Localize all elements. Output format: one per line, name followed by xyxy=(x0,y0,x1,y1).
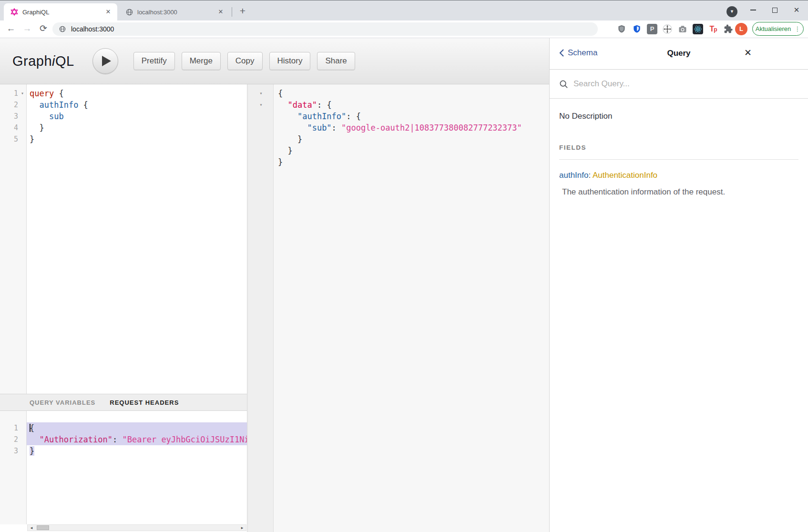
maximize-button[interactable] xyxy=(767,4,783,16)
tab-close-icon[interactable]: ✕ xyxy=(104,8,113,16)
forward-icon[interactable]: → xyxy=(21,22,33,35)
headers-horizontal-scrollbar[interactable]: ◂ ▸ xyxy=(27,524,246,531)
tab-title: GraphiQL xyxy=(22,9,104,16)
profile-avatar[interactable]: L xyxy=(735,23,747,35)
result-line: "sub": "google-oauth2|108377380082777232… xyxy=(248,122,549,133)
doc-title: Query xyxy=(550,49,808,58)
line-number: 1 xyxy=(0,88,18,99)
fold-spacer xyxy=(18,111,27,122)
fold-arrow-icon[interactable]: ▾ xyxy=(248,99,274,111)
search-icon xyxy=(559,80,568,89)
tab-title: localhost:3000 xyxy=(137,9,216,16)
back-icon[interactable]: ← xyxy=(5,22,17,35)
play-icon xyxy=(102,56,111,66)
address-bar[interactable]: localhost:3000 xyxy=(52,22,598,36)
extensions-puzzle-icon[interactable] xyxy=(721,22,736,36)
menu-dots-icon[interactable]: ⋮ xyxy=(794,25,800,32)
crosshair-icon[interactable] xyxy=(660,22,675,36)
doc-close-button[interactable]: ✕ xyxy=(744,47,752,58)
result-line: } xyxy=(248,145,549,156)
fold-arrow-icon[interactable]: ▾ xyxy=(18,88,27,99)
graphiql-logo: GraphiQL xyxy=(12,53,74,69)
fold-spacer xyxy=(18,133,27,145)
toolbar-button-copy[interactable]: Copy xyxy=(227,52,263,70)
line-number: 3 xyxy=(0,445,18,457)
tab-strip: GraphiQL ✕ localhost:3000 ✕ + ▼ ✕ xyxy=(0,0,808,20)
maximize-icon xyxy=(772,8,777,13)
update-button-label: Aktualisieren xyxy=(756,25,791,32)
window-close-button[interactable]: ✕ xyxy=(788,4,805,16)
query-editor-line[interactable]: 4 } xyxy=(0,122,247,133)
result-line: } xyxy=(248,133,549,145)
headers-editor-line[interactable]: 1{ xyxy=(0,422,247,434)
headers-editor-line[interactable]: 2 "Authorization": "Bearer eyJhbGciOiJSU… xyxy=(0,434,247,445)
doc-explorer-panel: Schema Query ✕ No Description FIELDS aut… xyxy=(549,38,808,532)
graphiql-favicon-icon xyxy=(10,8,18,16)
react-devtools-icon[interactable] xyxy=(690,22,706,36)
camera-icon[interactable] xyxy=(675,22,690,36)
url-text: localhost:3000 xyxy=(71,25,114,33)
fold-spacer xyxy=(18,422,27,434)
tab-request-headers[interactable]: REQUEST HEADERS xyxy=(110,399,179,406)
doc-explorer-header: Schema Query ✕ xyxy=(550,38,808,70)
line-number: 2 xyxy=(0,99,18,111)
field-name-link[interactable]: authInfo xyxy=(559,171,588,180)
query-editor-line[interactable]: 5} xyxy=(0,133,247,145)
window-frame xyxy=(0,0,808,0)
query-editor-line[interactable]: 1▾query { xyxy=(0,88,247,99)
headers-editor-line[interactable]: 3} xyxy=(0,445,247,457)
result-line: "authInfo": { xyxy=(248,111,549,122)
secondary-editor-tabbar: QUERY VARIABLESREQUEST HEADERS xyxy=(0,394,247,411)
toolbar-button-share[interactable]: Share xyxy=(317,52,355,70)
scrollbar-thumb[interactable] xyxy=(37,525,49,530)
tab-query-variables[interactable]: QUERY VARIABLES xyxy=(30,399,95,406)
fold-spacer xyxy=(248,156,274,168)
result-viewer: ▾{▾ "data": { "authInfo": { "sub": "goog… xyxy=(248,84,549,532)
tab-graphiql[interactable]: GraphiQL ✕ xyxy=(4,3,117,20)
scroll-left-icon[interactable]: ◂ xyxy=(29,525,34,531)
toolbar-button-history[interactable]: History xyxy=(269,52,311,70)
browser-window: GraphiQL ✕ localhost:3000 ✕ + ▼ ✕ ← → ⟳ … xyxy=(0,0,808,532)
p-extension-icon[interactable]: P xyxy=(644,22,660,36)
browser-update-button[interactable]: Aktualisieren ⋮ xyxy=(752,22,804,36)
tab-localhost[interactable]: localhost:3000 ✕ xyxy=(119,3,230,20)
doc-fields-heading: FIELDS xyxy=(559,144,798,160)
fold-spacer xyxy=(18,445,27,457)
globe-icon xyxy=(126,9,133,16)
field-description: The authentication information of the re… xyxy=(559,187,798,197)
execute-query-button[interactable] xyxy=(92,48,118,74)
graphiql-topbar: GraphiQL PrettifyMergeCopyHistoryShare xyxy=(0,38,549,84)
toolbar-button-merge[interactable]: Merge xyxy=(182,52,221,70)
query-editor-line[interactable]: 2 authInfo { xyxy=(0,99,247,111)
tp-extension-icon[interactable]: Tp xyxy=(706,22,721,36)
doc-search-input[interactable] xyxy=(573,79,798,89)
doc-no-description: No Description xyxy=(559,112,798,121)
fold-spacer xyxy=(248,122,274,133)
doc-search-row xyxy=(550,70,808,99)
ublock-icon[interactable] xyxy=(614,22,629,36)
line-number: 4 xyxy=(0,122,18,133)
scroll-right-icon[interactable]: ▸ xyxy=(239,525,245,531)
query-editor-line[interactable]: 3 sub xyxy=(0,111,247,122)
fold-spacer xyxy=(248,145,274,156)
tab-separator xyxy=(232,7,232,17)
tab-close-icon[interactable]: ✕ xyxy=(216,8,225,16)
toolbar-button-prettify[interactable]: Prettify xyxy=(133,52,175,70)
fold-spacer xyxy=(18,122,27,133)
line-number: 2 xyxy=(0,434,18,445)
new-tab-button[interactable]: + xyxy=(236,5,249,17)
result-line: ▾{ xyxy=(248,88,549,99)
minimize-button[interactable] xyxy=(745,4,761,16)
doc-field-authinfo: authInfo: AuthenticationInfo xyxy=(559,171,798,180)
request-headers-editor[interactable]: 1{2 "Authorization": "Bearer eyJhbGciOiJ… xyxy=(0,411,247,524)
query-editor[interactable]: 1▾query {2 authInfo {3 sub4 }5} xyxy=(0,84,247,394)
bitwarden-icon[interactable] xyxy=(629,22,644,36)
minimize-icon xyxy=(750,10,756,10)
browser-update-indicator[interactable]: ▼ xyxy=(726,6,737,17)
field-type-link[interactable]: AuthenticationInfo xyxy=(593,171,657,180)
fold-spacer xyxy=(248,133,274,145)
line-number: 5 xyxy=(0,133,18,145)
line-number: 1 xyxy=(0,422,18,434)
fold-arrow-icon[interactable]: ▾ xyxy=(248,88,274,99)
reload-icon[interactable]: ⟳ xyxy=(37,22,50,35)
